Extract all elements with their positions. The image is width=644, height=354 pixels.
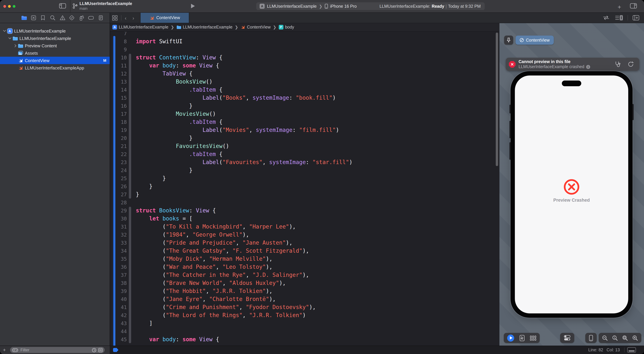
variants-mode-button[interactable]: [530, 335, 536, 340]
jumpbar-item-file[interactable]: ContentView: [247, 25, 270, 30]
code-line-16[interactable]: 16 }: [110, 102, 499, 110]
window-close-button[interactable]: [3, 5, 6, 8]
bookmarks-navigator-icon[interactable]: [39, 14, 47, 22]
code-line-39[interactable]: 39 ("The Hobbit", "J.R.R. Tolkien"),: [110, 287, 499, 295]
go-forward-button[interactable]: ›: [132, 15, 134, 21]
project-navigator-icon[interactable]: [20, 14, 28, 22]
code-line-36[interactable]: 36 ("War and Peace", "Leo Tolstoy"),: [110, 263, 499, 271]
selectable-mode-button[interactable]: [520, 335, 524, 341]
code-line-13[interactable]: 13 BooksView(): [110, 78, 499, 86]
code-line-23[interactable]: 23 Label("Favourites", systemImage: "sta…: [110, 158, 499, 166]
line-number[interactable]: 44: [110, 328, 127, 334]
filter-field[interactable]: [10, 347, 105, 353]
jumpbar-item-group[interactable]: LLMUserInterfaceExample: [183, 25, 232, 30]
code-line-19[interactable]: 19 Label("Movies", systemImage: "film.fi…: [110, 126, 499, 134]
line-number[interactable]: 19: [110, 127, 127, 133]
related-items-icon[interactable]: [112, 15, 118, 21]
code-line-17[interactable]: 17 MoviesView(): [110, 110, 499, 118]
reports-navigator-icon[interactable]: [96, 14, 105, 22]
line-number[interactable]: 21: [110, 143, 127, 149]
line-number[interactable]: 8: [110, 39, 127, 45]
zoom-out-button[interactable]: [602, 335, 608, 341]
code-line-35[interactable]: 35 ("Moby Dick", "Herman Melville"),: [110, 255, 499, 263]
preview-pin-button[interactable]: [504, 36, 513, 45]
code-line-42[interactable]: 42 ("The Lord of the Rings", "J.R.R. Tol…: [110, 311, 499, 319]
line-number[interactable]: 37: [110, 272, 127, 278]
line-number[interactable]: 36: [110, 264, 127, 270]
line-number[interactable]: 29: [110, 208, 127, 214]
line-number[interactable]: 27: [110, 192, 127, 198]
zoom-fit-button[interactable]: [622, 335, 628, 341]
disclosure-open-icon[interactable]: [3, 30, 6, 32]
line-number[interactable]: 20: [110, 135, 127, 141]
code-line-45[interactable]: 45 var body: some View {: [110, 335, 499, 343]
window-zoom-button[interactable]: [13, 5, 16, 8]
code-line-27[interactable]: 27}: [110, 191, 499, 199]
line-number[interactable]: 22: [110, 151, 127, 157]
code-line-24[interactable]: 24 }: [110, 166, 499, 174]
toggle-navigator-icon[interactable]: [59, 3, 66, 9]
line-number[interactable]: 42: [110, 312, 127, 318]
code-line-21[interactable]: 21 FavouritesView(): [110, 142, 499, 150]
zoom-in-button[interactable]: [632, 335, 638, 341]
line-number[interactable]: 39: [110, 288, 127, 294]
line-number[interactable]: 31: [110, 224, 127, 230]
line-number[interactable]: 15: [110, 95, 127, 101]
sidebar-item-llmuserinterfaceexampleapp[interactable]: LLMUserInterfaceExampleApp: [0, 64, 110, 72]
code-line-32[interactable]: 32 ("1984", "George Orwell"),: [110, 231, 499, 239]
editor-scrollbar[interactable]: [496, 33, 498, 166]
code-review-icon[interactable]: [602, 16, 610, 20]
line-number[interactable]: 13: [110, 79, 127, 85]
tests-navigator-icon[interactable]: [68, 14, 76, 22]
code-line-18[interactable]: 18 .tabItem {: [110, 118, 499, 126]
code-line-9[interactable]: 9: [110, 46, 499, 54]
code-line-12[interactable]: 12 TabView {: [110, 70, 499, 78]
line-number[interactable]: 33: [110, 240, 127, 246]
go-back-button[interactable]: ‹: [125, 15, 126, 21]
jumpbar-item-project[interactable]: LLMUserInterfaceExample: [119, 25, 168, 30]
line-number[interactable]: 11: [110, 63, 127, 69]
line-number[interactable]: 43: [110, 320, 127, 326]
line-number[interactable]: 17: [110, 111, 127, 117]
jumpbar-item-symbol[interactable]: body: [285, 25, 294, 30]
line-number[interactable]: 10: [110, 55, 127, 61]
sidebar-item-preview-content[interactable]: Preview Content: [0, 42, 110, 49]
issues-navigator-icon[interactable]: [58, 14, 66, 22]
code-line-25[interactable]: 25 }: [110, 174, 499, 183]
cursor-position[interactable]: Line: 82 Col: 13: [588, 346, 620, 354]
code-line-28[interactable]: 28: [110, 199, 499, 207]
device-settings-button[interactable]: [560, 333, 574, 343]
disclosure-open-icon[interactable]: [8, 37, 12, 39]
preview-device-button[interactable]: [585, 333, 597, 343]
window-minimize-button[interactable]: [8, 5, 11, 8]
code-line-14[interactable]: 14 .tabItem {: [110, 86, 499, 94]
editor-options-icon[interactable]: [615, 15, 623, 21]
source-control-status-icon[interactable]: [98, 348, 103, 352]
sidebar-item-assets[interactable]: Assets: [0, 49, 110, 57]
source-control-navigator-icon[interactable]: [30, 14, 38, 22]
find-navigator-icon[interactable]: [49, 14, 57, 22]
scheme-destination[interactable]: iPhone 16 Pro: [330, 4, 356, 9]
diagnostics-icon[interactable]: [615, 61, 621, 68]
scheme-name[interactable]: LLMUserInterfaceExample: [267, 4, 317, 9]
line-number[interactable]: 41: [110, 304, 127, 310]
activity-scheme-bar[interactable]: A LLMUserInterfaceExample ❯ iPhone 16 Pr…: [256, 2, 485, 10]
line-number[interactable]: 23: [110, 159, 127, 165]
add-file-button[interactable]: ＋: [0, 347, 9, 353]
sidebar-item-contentview[interactable]: ContentViewM: [0, 57, 110, 64]
line-number[interactable]: 30: [110, 216, 127, 222]
source-editor[interactable]: 78import SwiftUI910struct ContentView: V…: [110, 32, 499, 346]
line-number[interactable]: 9: [110, 47, 127, 53]
code-line-8[interactable]: 8import SwiftUI: [110, 38, 499, 46]
code-line-44[interactable]: 44: [110, 327, 499, 335]
refresh-icon[interactable]: [628, 61, 634, 68]
run-button[interactable]: [190, 3, 195, 9]
code-line-29[interactable]: 29struct BooksView: View {: [110, 207, 499, 215]
code-line-30[interactable]: 30 let books = [: [110, 215, 499, 223]
disclosure-closed-icon[interactable]: [14, 44, 17, 47]
line-number[interactable]: 24: [110, 167, 127, 173]
line-number[interactable]: 16: [110, 103, 127, 109]
code-line-34[interactable]: 34 ("The Great Gatsby", "F. Scott Fitzge…: [110, 247, 499, 255]
code-line-20[interactable]: 20 }: [110, 134, 499, 142]
zoom-100-button[interactable]: 1: [612, 335, 618, 341]
